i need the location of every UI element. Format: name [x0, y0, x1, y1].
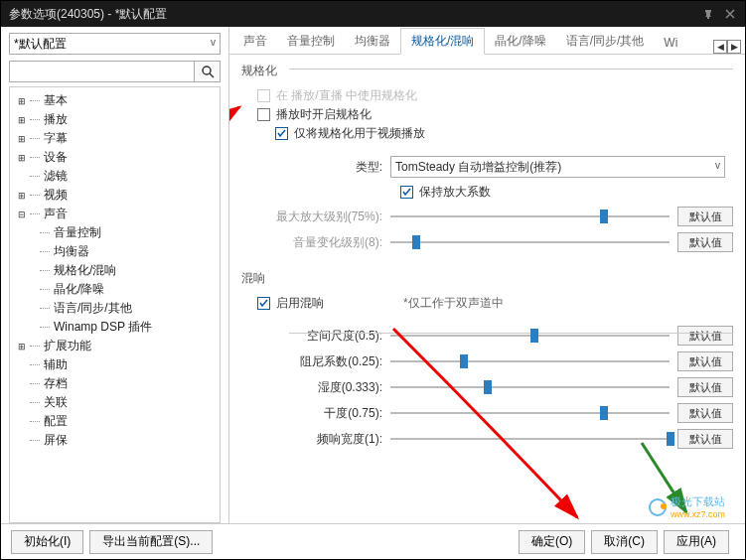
tree-item[interactable]: ⊞扩展功能	[12, 337, 218, 355]
tree-item-label: 屏保	[44, 432, 68, 449]
init-button[interactable]: 初始化(I)	[11, 530, 83, 554]
tree-leaf-icon	[16, 416, 28, 428]
default-button-maxamp[interactable]: 默认值	[677, 207, 733, 226]
tab[interactable]: 晶化/降噪	[485, 29, 555, 54]
export-button[interactable]: 导出当前配置(S)...	[89, 530, 213, 554]
default-button-width[interactable]: 默认值	[677, 429, 733, 449]
tab[interactable]: 语言/同步/其他	[556, 29, 655, 54]
tree-item[interactable]: ⊞字幕	[12, 129, 218, 148]
cancel-button[interactable]: 取消(C)	[591, 530, 658, 554]
vol-change-label: 音量变化级别(8):	[241, 234, 390, 251]
tree-item[interactable]: 均衡器	[12, 242, 218, 261]
type-select[interactable]: TomSteady 自动增益控制(推荐) v	[390, 156, 725, 178]
default-button-dry[interactable]: 默认值	[677, 403, 733, 423]
tabs-scroll-right[interactable]: ▶	[727, 40, 741, 54]
tree-item-label: 语言/同步/其他	[54, 300, 132, 317]
default-button-wet[interactable]: 默认值	[677, 377, 733, 397]
preset-select-value: *默认配置	[14, 37, 67, 51]
tree-item-label: 声音	[44, 206, 68, 222]
tabs: 声音音量控制均衡器规格化/混响晶化/降噪语言/同步/其他Wi ◀ ▶	[229, 27, 745, 55]
pin-icon[interactable]	[701, 7, 715, 21]
tree-item-label: 配置	[44, 413, 68, 430]
tree-item[interactable]: 滤镜	[12, 167, 218, 186]
tree-item-label: 存档	[44, 375, 68, 392]
tree-item-label: 关联	[44, 394, 68, 411]
search-input[interactable]	[9, 61, 195, 82]
tab[interactable]: 声音	[233, 29, 277, 54]
tree-item-label: 播放	[44, 111, 68, 128]
window-title: 参数选项(240305) - *默认配置	[9, 6, 167, 23]
vol-change-slider[interactable]	[390, 235, 670, 249]
sidebar: *默认配置 v ⊞基本⊞播放⊞字幕⊞设备滤镜⊞视频⊟声音音量控制均衡器规格化/混…	[1, 27, 229, 523]
close-icon[interactable]	[723, 7, 737, 21]
search-icon	[201, 65, 215, 78]
tree-item[interactable]: ⊞视频	[12, 186, 218, 205]
width-label: 频响宽度(1):	[241, 431, 390, 448]
tree-item[interactable]: Winamp DSP 插件	[12, 318, 218, 337]
tree-item-label: 扩展功能	[44, 338, 91, 354]
plus-icon[interactable]: ⊞	[16, 341, 28, 352]
tree-item[interactable]: 关联	[12, 393, 218, 412]
tab[interactable]: 规格化/混响	[400, 28, 485, 55]
only-video-checkbox[interactable]	[275, 127, 288, 140]
tree-item[interactable]: 语言/同步/其他	[12, 299, 218, 318]
reverb-note: *仅工作于双声道中	[403, 295, 504, 312]
default-button-damp[interactable]: 默认值	[677, 351, 733, 371]
keep-coef-checkbox[interactable]	[400, 186, 413, 199]
tree-item[interactable]: 存档	[12, 374, 218, 393]
plus-icon[interactable]: ⊞	[16, 95, 28, 107]
preset-select[interactable]: *默认配置 v	[9, 33, 221, 55]
tree-item[interactable]: ⊞播放	[12, 110, 218, 129]
search-button[interactable]	[195, 61, 221, 82]
tree-item[interactable]: 规格化/混响	[12, 261, 218, 280]
plus-icon[interactable]: ⊞	[16, 114, 28, 126]
tree-item[interactable]: ⊞基本	[12, 91, 218, 110]
live-normalize-label: 在 播放/直播 中使用规格化	[276, 87, 417, 104]
plus-icon[interactable]: ⊞	[16, 190, 28, 202]
tab[interactable]: 均衡器	[345, 29, 400, 54]
plus-icon[interactable]: ⊞	[16, 152, 28, 164]
tree-item-label: 音量控制	[54, 224, 101, 241]
tree-item-label: 辅助	[44, 356, 68, 373]
chevron-down-icon: v	[715, 160, 720, 171]
tree: ⊞基本⊞播放⊞字幕⊞设备滤镜⊞视频⊟声音音量控制均衡器规格化/混响晶化/降噪语言…	[9, 86, 221, 523]
tree-leaf-icon	[16, 359, 28, 371]
onplay-normalize-checkbox[interactable]	[257, 108, 270, 121]
tree-item[interactable]: 辅助	[12, 355, 218, 374]
apply-button[interactable]: 应用(A)	[664, 530, 729, 554]
tree-item[interactable]: ⊟声音	[12, 205, 218, 223]
tree-item-label: 视频	[44, 187, 68, 204]
tree-item[interactable]: 音量控制	[12, 223, 218, 242]
tree-item[interactable]: 配置	[12, 412, 218, 431]
tree-item-label: 晶化/降噪	[54, 281, 104, 298]
tree-item-label: Winamp DSP 插件	[54, 319, 152, 336]
max-amp-slider[interactable]	[390, 210, 670, 223]
plus-icon[interactable]: ⊞	[16, 133, 28, 145]
tab[interactable]: Wi	[654, 32, 687, 54]
width-slider[interactable]	[390, 432, 670, 446]
normalize-group-title: 规格化	[241, 63, 733, 79]
room-slider[interactable]	[390, 329, 670, 343]
tab[interactable]: 音量控制	[277, 29, 345, 54]
default-button-volchange[interactable]: 默认值	[677, 232, 733, 252]
reverb-group-title: 混响	[241, 270, 733, 287]
damp-slider[interactable]	[390, 354, 670, 368]
default-button-room[interactable]: 默认值	[677, 326, 733, 346]
only-video-label: 仅将规格化用于视频播放	[294, 125, 425, 142]
minus-icon[interactable]: ⊟	[16, 209, 28, 220]
tree-item[interactable]: 晶化/降噪	[12, 280, 218, 299]
dry-slider[interactable]	[390, 406, 670, 420]
reverb-enable-checkbox[interactable]	[257, 297, 270, 310]
keep-coef-label: 保持放大系数	[419, 184, 491, 201]
type-label: 类型:	[241, 159, 390, 176]
onplay-normalize-label: 播放时开启规格化	[276, 106, 372, 123]
tabs-scroll-left[interactable]: ◀	[713, 40, 727, 54]
live-normalize-checkbox[interactable]	[257, 89, 270, 102]
tree-item[interactable]: ⊞设备	[12, 148, 218, 167]
tree-item[interactable]: 屏保	[12, 431, 218, 450]
tree-item-label: 字幕	[44, 130, 68, 147]
wet-slider[interactable]	[390, 380, 670, 394]
ok-button[interactable]: 确定(O)	[519, 530, 585, 554]
reverb-enable-label: 启用混响	[276, 295, 324, 312]
type-select-value: TomSteady 自动增益控制(推荐)	[395, 160, 561, 174]
